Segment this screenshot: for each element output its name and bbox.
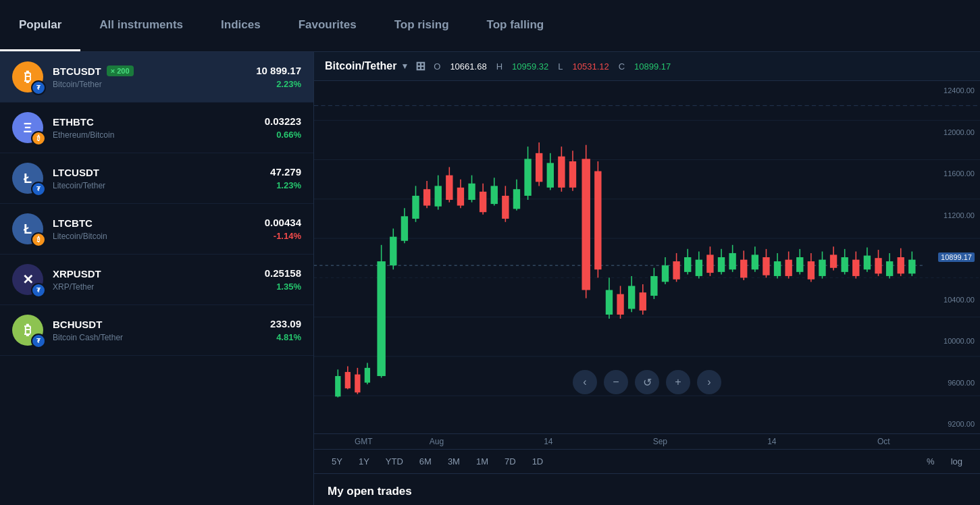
instrument-price-col: 0.032230.66% — [265, 115, 301, 140]
close-label: C — [619, 61, 625, 72]
main-content: ₿₮BTCUSDT× 200Bitcoin/Tether10 899.172.2… — [0, 52, 980, 505]
period-3m[interactable]: 3M — [441, 454, 467, 469]
period-1d[interactable]: 1D — [525, 454, 550, 469]
instrument-full-name: Litecoin/Bitcoin — [53, 232, 265, 241]
period-5y[interactable]: 5Y — [325, 454, 349, 469]
instrument-row[interactable]: ✕₮XRPUSDTXRP/Tether0.251581.35% — [0, 255, 313, 305]
pair-title[interactable]: Bitcoin/Tether ▼ ⊞ — [325, 59, 425, 74]
coin-icon: ✕₮ — [12, 264, 43, 295]
instrument-info: ETHBTCEthereum/Bitcoin — [53, 116, 265, 140]
instrument-price-col: 0.251581.35% — [265, 267, 301, 292]
leverage-badge: × 200 — [107, 65, 134, 76]
time-oct: Oct — [828, 437, 939, 446]
tab-indices[interactable]: Indices — [202, 0, 280, 51]
chart-header: Bitcoin/Tether ▼ ⊞ O 10661.68 H 10959.32… — [314, 52, 980, 81]
instrument-full-name: Ethereum/Bitcoin — [53, 130, 265, 140]
instrument-row[interactable]: Ł₿LTCBTCLitecoin/Bitcoin0.00434-1.14% — [0, 204, 313, 255]
instrument-symbol: LTCBTC — [53, 217, 93, 229]
coin-icon: Ł₮ — [12, 163, 43, 194]
open-value: 10661.68 — [450, 61, 486, 72]
instrument-full-name: Bitcoin/Tether — [53, 80, 256, 89]
period-7d[interactable]: 7D — [498, 454, 523, 469]
instrument-info: LTCBTCLitecoin/Bitcoin — [53, 217, 265, 241]
instrument-change: 0.66% — [265, 130, 301, 140]
tab-favourites[interactable]: Favourites — [280, 0, 376, 51]
instrument-row[interactable]: Ł₮LTCUSDTLitecoin/Tether47.2791.23% — [0, 153, 313, 204]
open-label: O — [434, 61, 440, 72]
instrument-full-name: Bitcoin Cash/Tether — [53, 333, 270, 342]
high-label: H — [496, 61, 502, 72]
instrument-change: 2.23% — [256, 79, 301, 89]
instrument-list: ₿₮BTCUSDT× 200Bitcoin/Tether10 899.172.2… — [0, 52, 314, 505]
pair-dropdown-icon: ▼ — [401, 61, 409, 71]
chart-controls: ‹ − ↺ + › — [573, 365, 721, 400]
instrument-symbol: LTCUSDT — [53, 167, 99, 178]
tab-top-rising[interactable]: Top rising — [376, 0, 468, 51]
instrument-price: 0.25158 — [265, 267, 301, 279]
instrument-info: XRPUSDTXRP/Tether — [53, 268, 265, 292]
time-axis: GMT Aug 14 Sep 14 Oct — [314, 433, 980, 449]
instrument-full-name: XRP/Tether — [53, 282, 265, 292]
period-1y[interactable]: 1Y — [352, 454, 376, 469]
instrument-symbol: BCHUSDT — [53, 319, 102, 330]
instrument-row[interactable]: ₿₮BTCUSDT× 200Bitcoin/Tether10 899.172.2… — [0, 52, 313, 103]
instrument-row[interactable]: ₿₮BCHUSDTBitcoin Cash/Tether233.094.81% — [0, 305, 313, 356]
instrument-price: 10 899.17 — [256, 65, 301, 76]
instrument-row[interactable]: Ξ₿ETHBTCEthereum/Bitcoin0.032230.66% — [0, 103, 313, 153]
instrument-symbol: BTCUSDT — [53, 65, 101, 77]
chart-area[interactable]: 12400.00 12000.00 11600.00 11200.00 1089… — [314, 81, 980, 433]
tab-all-instruments[interactable]: All instruments — [80, 0, 202, 51]
instrument-price-col: 47.2791.23% — [270, 166, 301, 190]
chart-scale-options: % log — [920, 454, 969, 469]
period-ytd[interactable]: YTD — [379, 454, 410, 469]
open-trades-section: My open trades — [314, 473, 980, 505]
zoom-in-button[interactable]: + — [666, 370, 690, 394]
open-trades-title: My open trades — [328, 485, 966, 498]
instrument-change: 4.81% — [270, 332, 301, 342]
instrument-price: 0.03223 — [265, 115, 301, 127]
instrument-price-col: 10 899.172.23% — [256, 65, 301, 89]
coin-icon: Ξ₿ — [12, 112, 43, 143]
period-selector: 5Y 1Y YTD 6M 3M 1M 7D 1D % log — [314, 449, 980, 473]
instrument-price: 0.00434 — [265, 217, 301, 228]
instrument-info: BCHUSDTBitcoin Cash/Tether — [53, 319, 270, 342]
period-1m[interactable]: 1M — [469, 454, 495, 469]
coin-icon: ₿₮ — [12, 61, 43, 92]
time-sep: Sep — [604, 437, 716, 446]
instrument-price-col: 233.094.81% — [270, 318, 301, 342]
time-aug: Aug — [381, 437, 492, 446]
coin-icon: ₿₮ — [12, 315, 43, 346]
instrument-info: BTCUSDT× 200Bitcoin/Tether — [53, 65, 256, 89]
refresh-button[interactable]: ↺ — [635, 370, 659, 394]
prev-button[interactable]: ‹ — [573, 370, 597, 394]
high-value: 10959.32 — [512, 61, 548, 72]
instrument-change: -1.14% — [265, 231, 301, 241]
coin-icon: Ł₿ — [12, 213, 43, 244]
time-14b: 14 — [716, 437, 827, 446]
time-14a: 14 — [492, 437, 604, 446]
gmt-label: GMT — [355, 437, 373, 446]
instrument-change: 1.35% — [265, 282, 301, 292]
period-6m[interactable]: 6M — [413, 454, 438, 469]
log-scale-btn[interactable]: log — [944, 454, 969, 469]
top-navigation: Popular All instruments Indices Favourit… — [0, 0, 980, 52]
ohlc-data: O 10661.68 H 10959.32 L 10531.12 C 10899… — [434, 61, 671, 72]
pair-name: Bitcoin/Tether — [325, 60, 396, 72]
instrument-price-col: 0.00434-1.14% — [265, 217, 301, 241]
instrument-price: 233.09 — [270, 318, 301, 329]
low-value: 10531.12 — [572, 61, 609, 72]
instrument-info: LTCUSDTLitecoin/Tether — [53, 167, 270, 190]
instrument-symbol: XRPUSDT — [53, 268, 101, 280]
chart-type-icon: ⊞ — [415, 59, 425, 74]
instrument-change: 1.23% — [270, 180, 301, 190]
tab-top-falling[interactable]: Top falling — [468, 0, 563, 51]
zoom-out-button[interactable]: − — [604, 370, 628, 394]
percent-scale-btn[interactable]: % — [920, 454, 942, 469]
instrument-full-name: Litecoin/Tether — [53, 181, 270, 190]
close-value: 10899.17 — [634, 61, 671, 72]
next-button[interactable]: › — [697, 370, 721, 394]
chart-panel: Bitcoin/Tether ▼ ⊞ O 10661.68 H 10959.32… — [314, 52, 980, 505]
tab-popular[interactable]: Popular — [0, 0, 80, 51]
instrument-price: 47.279 — [270, 166, 301, 178]
instrument-symbol: ETHBTC — [53, 116, 94, 128]
